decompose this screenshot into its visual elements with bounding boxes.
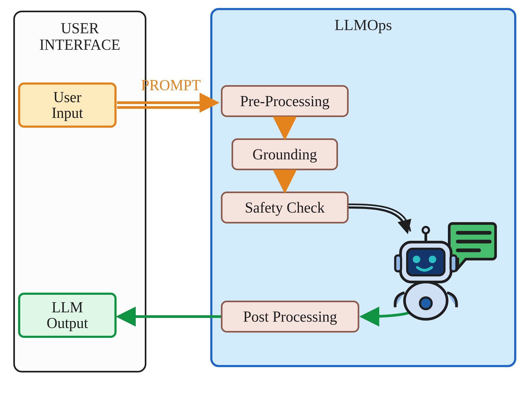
step-pre-processing: Pre-Processing [221,85,349,117]
node-user-input: UserInput [18,82,117,128]
step-label: Post Processing [243,309,337,325]
arrow-pre-to-grounding [279,117,290,141]
step-label: Safety Check [245,200,325,215]
svg-point-13 [429,256,436,263]
panel-title-llmops: LLMOps [212,16,514,34]
panel-title-user-interface: USERINTERFACE [15,20,145,53]
arrow-prompt [117,93,224,117]
svg-rect-14 [395,255,401,271]
svg-rect-15 [451,255,456,271]
node-label: UserInput [52,89,83,121]
diagram-canvas: USERINTERFACE LLMOps UserInput LLMOutput… [0,0,532,394]
step-post-processing: Post Processing [221,301,359,333]
step-label: Pre-Processing [240,93,329,109]
step-grounding: Grounding [232,138,338,170]
step-label: Grounding [253,147,317,162]
arrow-post-to-output [117,311,224,322]
svg-point-8 [423,227,429,233]
edge-label-prompt: PROMPT [141,77,201,94]
svg-point-17 [420,297,432,309]
node-label: LLMOutput [47,300,88,331]
svg-point-12 [413,256,420,263]
node-llm-output: LLMOutput [18,293,117,338]
robot-chat-icon [386,221,498,328]
step-safety-check: Safety Check [221,192,349,223]
arrow-grounding-to-safety [279,170,290,194]
